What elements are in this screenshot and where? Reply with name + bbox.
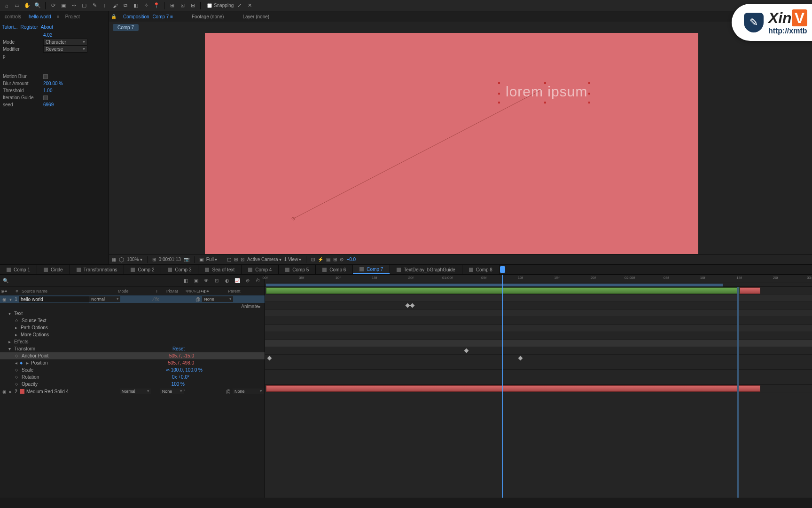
stopwatch-icon[interactable]: ◇ <box>15 382 22 386</box>
composition-viewer[interactable]: lorem ipsum <box>109 33 812 254</box>
prop-anchor[interactable]: Anchor Point <box>22 353 169 358</box>
home-icon[interactable]: ⌂ <box>2 1 11 10</box>
visibility-icon[interactable]: ◉ <box>1 297 8 302</box>
reset-expo-icon[interactable]: ⊙ <box>340 257 344 262</box>
source-name-col[interactable]: Source Name <box>20 289 118 294</box>
stopwatch-icon[interactable]: ◇ <box>15 318 22 323</box>
tab-layer[interactable]: Layer (none) <box>238 13 281 20</box>
snap-opt2-icon[interactable]: ✕ <box>245 1 254 10</box>
layer-row[interactable]: ◉ ▸ 2 Medium Red Solid 4 Normal None ⁄ @… <box>0 388 265 395</box>
roi-icon[interactable]: ▢ <box>227 257 231 262</box>
hand-tool-icon[interactable]: ✋ <box>23 1 32 10</box>
tab-footage[interactable]: Footage (none) <box>187 13 236 20</box>
clone-tool-icon[interactable]: ⧉ <box>121 1 130 10</box>
snap-opt1-icon[interactable]: ⤢ <box>234 1 244 10</box>
track-row[interactable] <box>265 294 812 302</box>
pixel-ar-icon[interactable]: ⊡ <box>311 257 315 262</box>
effects-group[interactable]: Effects <box>14 339 265 344</box>
puppet-tool-icon[interactable]: 📍 <box>152 1 161 10</box>
time-ruler[interactable]: 00f05f10f15f20f01:00f05f10f15f20f02:00f0… <box>265 275 812 283</box>
track-row[interactable] <box>265 302 812 310</box>
view-axis-icon[interactable]: ⊟ <box>188 1 197 10</box>
link-register[interactable]: Register <box>21 24 38 30</box>
timeline-tab[interactable]: TextDelay_bGraphGuide <box>390 265 462 274</box>
seed-value[interactable]: 6969 <box>43 102 54 107</box>
keyframe-icon[interactable] <box>518 356 523 361</box>
work-area-bar[interactable] <box>265 283 812 287</box>
rotation-value[interactable]: 0x +0.0° <box>172 374 189 380</box>
animate-menu[interactable]: Animate <box>241 304 258 309</box>
fast-prev-icon[interactable]: ⚡ <box>318 257 323 262</box>
anchor-value[interactable]: 505.7, -15.0 <box>169 353 194 358</box>
fb-icon[interactable]: ⊡ <box>213 277 220 285</box>
pen-tool-icon[interactable]: ✎ <box>90 1 99 10</box>
timeline-tab[interactable]: Circle <box>37 265 70 274</box>
layer-color-swatch[interactable] <box>20 389 24 394</box>
timeline-tab[interactable]: Comp 4 <box>242 265 279 274</box>
snapshot-icon[interactable]: 📷 <box>184 257 189 262</box>
position-track[interactable] <box>265 355 812 362</box>
grid-icon[interactable]: ⊞ <box>234 257 238 262</box>
transform-group[interactable]: Transform <box>14 346 172 351</box>
stopwatch-active-icon[interactable]: ◆ <box>20 361 26 365</box>
motion-blur-checkbox[interactable] <box>43 74 48 79</box>
prop-position[interactable]: Position <box>31 360 168 365</box>
breadcrumb-comp[interactable]: Comp 7 <box>113 24 139 31</box>
zoom-tool-icon[interactable]: 🔍 <box>33 1 42 10</box>
mb-icon[interactable]: ◐ <box>223 277 231 285</box>
brush-tool-icon[interactable]: 🖌 <box>110 1 120 10</box>
roto-tool-icon[interactable]: ✧ <box>141 1 151 10</box>
lock-icon[interactable]: 🔒 <box>111 14 117 19</box>
scale-value[interactable]: ∞ 100.0, 100.0 % <box>166 367 203 373</box>
stopwatch-icon[interactable]: ◇ <box>15 375 22 379</box>
graph-icon[interactable]: 📈 <box>234 277 241 285</box>
keyframe-icon[interactable] <box>406 303 410 308</box>
world-axis-icon[interactable]: ⊡ <box>178 1 187 10</box>
text-group[interactable]: Text <box>14 311 265 316</box>
timeline-tab[interactable]: Comp 7 <box>353 265 390 274</box>
keyframe-icon[interactable] <box>464 349 469 353</box>
opacity-value[interactable]: 100 % <box>172 381 185 387</box>
link-about[interactable]: About <box>41 24 53 30</box>
views-dropdown[interactable]: 1 View ▾ <box>284 257 302 262</box>
camera-tool-icon[interactable]: ▣ <box>59 1 68 10</box>
tab-controls[interactable]: controls <box>3 13 23 20</box>
exposure-value[interactable]: +0.0 <box>346 257 356 262</box>
selection-tool-icon[interactable]: ▭ <box>12 1 22 10</box>
tab-effect-active[interactable]: hello world <box>27 13 53 20</box>
parent-pickwhip-icon[interactable]: @ <box>226 389 231 394</box>
snapping-checkbox[interactable] <box>207 3 212 8</box>
alpha-icon[interactable]: ▦ <box>112 257 116 262</box>
blend-mode-dropdown[interactable]: Normal <box>89 296 120 302</box>
anchor-tool-icon[interactable]: ⊹ <box>69 1 78 10</box>
timeline-tab[interactable]: Comp 2 <box>124 265 161 274</box>
mode-dropdown[interactable]: Character <box>43 39 87 46</box>
time-display[interactable]: 0:00:01:13 <box>159 257 181 262</box>
trkmat-dropdown[interactable]: None <box>160 389 184 394</box>
modifier-dropdown[interactable]: Reverse <box>43 46 87 53</box>
autokey-icon[interactable]: ⏱ <box>254 277 262 285</box>
keyframe-icon[interactable] <box>267 356 272 361</box>
link-tutorial[interactable]: Tutori... <box>2 24 18 30</box>
timeline-tracks[interactable]: 00f05f10f15f20f01:00f05f10f15f20f02:00f0… <box>265 275 812 498</box>
twirl-icon[interactable]: ▸ <box>8 389 13 394</box>
prop-rotation[interactable]: Rotation <box>22 374 172 380</box>
timeline-tab[interactable]: Comp 8 <box>462 265 500 274</box>
layer-row[interactable]: ◉ ▾ 1 Normal ⁄ fx @ None <box>0 295 265 303</box>
res-dropdown[interactable]: Full ▾ <box>206 257 217 262</box>
prop-path-options[interactable]: Path Options <box>21 325 265 330</box>
res-auto-icon[interactable]: ⊞ <box>152 257 156 262</box>
blur-amount-value[interactable]: 200.00 % <box>43 81 63 86</box>
visibility-icon[interactable]: ◉ <box>1 389 8 394</box>
stopwatch-icon[interactable]: ◇ <box>15 368 22 372</box>
blend-mode-dropdown[interactable]: Normal <box>120 389 151 394</box>
timeline-icon[interactable]: ▤ <box>326 257 330 262</box>
tab-project[interactable]: Project <box>63 13 82 20</box>
wireframe-icon[interactable]: ◯ <box>119 257 124 262</box>
keyframe-icon[interactable] <box>410 303 415 308</box>
text-tool-icon[interactable]: T <box>100 1 109 10</box>
threshold-value[interactable]: 1.00 <box>43 88 52 93</box>
comp-mini-flowchart-icon[interactable]: ◧ <box>182 277 189 285</box>
timeline-tab[interactable]: Transformations <box>70 265 125 274</box>
flowchart-icon[interactable]: ⊞ <box>333 257 337 262</box>
